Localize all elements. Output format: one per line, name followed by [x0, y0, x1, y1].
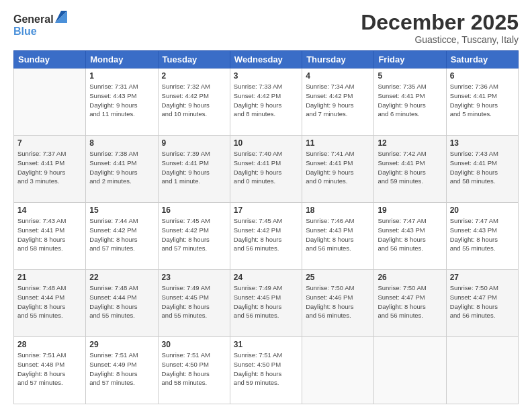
day-info: Sunrise: 7:31 AM Sunset: 4:43 PM Dayligh… [89, 82, 154, 119]
day-number: 16 [162, 205, 226, 215]
calendar-week-row: 7Sunrise: 7:37 AM Sunset: 4:41 PM Daylig… [14, 136, 519, 203]
day-number: 21 [17, 273, 82, 282]
day-number: 22 [89, 273, 154, 282]
calendar-cell: 29Sunrise: 7:51 AM Sunset: 4:49 PM Dayli… [86, 337, 158, 404]
calendar-cell: 10Sunrise: 7:40 AM Sunset: 4:41 PM Dayli… [230, 136, 302, 203]
day-number: 6 [450, 71, 515, 81]
day-number: 4 [306, 71, 370, 81]
day-info: Sunrise: 7:44 AM Sunset: 4:42 PM Dayligh… [89, 216, 154, 253]
day-info: Sunrise: 7:45 AM Sunset: 4:42 PM Dayligh… [234, 216, 298, 253]
day-number: 1 [89, 71, 154, 81]
calendar-cell: 7Sunrise: 7:37 AM Sunset: 4:41 PM Daylig… [14, 136, 86, 203]
day-info: Sunrise: 7:45 AM Sunset: 4:42 PM Dayligh… [162, 216, 226, 253]
calendar-cell: 6Sunrise: 7:36 AM Sunset: 4:41 PM Daylig… [446, 68, 518, 136]
calendar-cell: 17Sunrise: 7:45 AM Sunset: 4:42 PM Dayli… [230, 203, 302, 270]
day-number: 18 [306, 205, 370, 215]
day-number: 25 [306, 273, 370, 282]
day-number: 5 [378, 71, 442, 81]
calendar-cell: 24Sunrise: 7:49 AM Sunset: 4:45 PM Dayli… [230, 270, 302, 337]
calendar-cell: 14Sunrise: 7:43 AM Sunset: 4:41 PM Dayli… [14, 203, 86, 270]
calendar-cell: 28Sunrise: 7:51 AM Sunset: 4:48 PM Dayli… [14, 337, 86, 404]
day-number: 15 [89, 205, 154, 215]
calendar-week-row: 14Sunrise: 7:43 AM Sunset: 4:41 PM Dayli… [14, 203, 519, 270]
calendar-week-row: 1Sunrise: 7:31 AM Sunset: 4:43 PM Daylig… [14, 68, 519, 136]
day-info: Sunrise: 7:42 AM Sunset: 4:41 PM Dayligh… [378, 149, 442, 186]
calendar-cell: 16Sunrise: 7:45 AM Sunset: 4:42 PM Dayli… [158, 203, 230, 270]
logo: General Blue [13, 13, 67, 37]
calendar-cell: 4Sunrise: 7:34 AM Sunset: 4:42 PM Daylig… [302, 68, 374, 136]
day-number: 2 [162, 71, 226, 81]
day-number: 11 [306, 138, 370, 148]
day-info: Sunrise: 7:38 AM Sunset: 4:41 PM Dayligh… [89, 149, 154, 186]
calendar-cell: 26Sunrise: 7:50 AM Sunset: 4:47 PM Dayli… [374, 270, 446, 337]
day-number: 10 [234, 138, 298, 148]
day-info: Sunrise: 7:48 AM Sunset: 4:44 PM Dayligh… [17, 283, 82, 320]
day-number: 28 [17, 340, 82, 349]
day-info: Sunrise: 7:50 AM Sunset: 4:46 PM Dayligh… [306, 283, 370, 320]
day-info: Sunrise: 7:41 AM Sunset: 4:41 PM Dayligh… [306, 149, 370, 186]
calendar-cell [374, 337, 446, 404]
day-number: 9 [162, 138, 226, 148]
calendar-cell [446, 337, 518, 404]
day-number: 23 [162, 273, 226, 282]
calendar-week-row: 28Sunrise: 7:51 AM Sunset: 4:48 PM Dayli… [14, 337, 519, 404]
day-info: Sunrise: 7:49 AM Sunset: 4:45 PM Dayligh… [234, 283, 298, 320]
day-info: Sunrise: 7:48 AM Sunset: 4:44 PM Dayligh… [89, 283, 154, 320]
day-number: 29 [89, 340, 154, 349]
day-info: Sunrise: 7:34 AM Sunset: 4:42 PM Dayligh… [306, 82, 370, 119]
logo-blue-text: Blue [13, 26, 54, 38]
calendar-cell: 2Sunrise: 7:32 AM Sunset: 4:42 PM Daylig… [158, 68, 230, 136]
day-number: 27 [450, 273, 515, 282]
day-info: Sunrise: 7:33 AM Sunset: 4:42 PM Dayligh… [234, 82, 298, 119]
calendar-cell: 3Sunrise: 7:33 AM Sunset: 4:42 PM Daylig… [230, 68, 302, 136]
calendar-header-row: Sunday Monday Tuesday Wednesday Thursday… [14, 51, 519, 68]
day-info: Sunrise: 7:43 AM Sunset: 4:41 PM Dayligh… [17, 216, 82, 253]
day-number: 7 [17, 138, 82, 148]
title-block: December 2025 Guasticce, Tuscany, Italy [361, 11, 519, 45]
calendar-table: Sunday Monday Tuesday Wednesday Thursday… [13, 50, 519, 404]
th-tuesday: Tuesday [158, 51, 230, 68]
day-number: 17 [234, 205, 298, 215]
day-info: Sunrise: 7:51 AM Sunset: 4:50 PM Dayligh… [234, 351, 298, 387]
calendar-cell: 8Sunrise: 7:38 AM Sunset: 4:41 PM Daylig… [86, 136, 158, 203]
header: General Blue December 2025 Guasticce, Tu… [13, 11, 519, 45]
page: General Blue December 2025 Guasticce, Tu… [0, 0, 532, 411]
calendar-cell [14, 68, 86, 136]
day-info: Sunrise: 7:50 AM Sunset: 4:47 PM Dayligh… [450, 283, 515, 320]
day-info: Sunrise: 7:50 AM Sunset: 4:47 PM Dayligh… [378, 283, 442, 320]
day-info: Sunrise: 7:35 AM Sunset: 4:41 PM Dayligh… [378, 82, 442, 119]
calendar-cell: 30Sunrise: 7:51 AM Sunset: 4:50 PM Dayli… [158, 337, 230, 404]
day-number: 3 [234, 71, 298, 81]
calendar-cell [302, 337, 374, 404]
day-info: Sunrise: 7:37 AM Sunset: 4:41 PM Dayligh… [17, 149, 82, 186]
calendar-cell: 12Sunrise: 7:42 AM Sunset: 4:41 PM Dayli… [374, 136, 446, 203]
day-info: Sunrise: 7:47 AM Sunset: 4:43 PM Dayligh… [378, 216, 442, 253]
calendar-cell: 18Sunrise: 7:46 AM Sunset: 4:43 PM Dayli… [302, 203, 374, 270]
th-thursday: Thursday [302, 51, 374, 68]
calendar-cell: 5Sunrise: 7:35 AM Sunset: 4:41 PM Daylig… [374, 68, 446, 136]
calendar-cell: 27Sunrise: 7:50 AM Sunset: 4:47 PM Dayli… [446, 270, 518, 337]
th-friday: Friday [374, 51, 446, 68]
day-number: 14 [17, 205, 82, 215]
day-info: Sunrise: 7:47 AM Sunset: 4:43 PM Dayligh… [450, 216, 515, 253]
calendar-cell: 21Sunrise: 7:48 AM Sunset: 4:44 PM Dayli… [14, 270, 86, 337]
day-number: 24 [234, 273, 298, 282]
day-info: Sunrise: 7:51 AM Sunset: 4:49 PM Dayligh… [89, 351, 154, 387]
day-number: 12 [378, 138, 442, 148]
day-info: Sunrise: 7:43 AM Sunset: 4:41 PM Dayligh… [450, 149, 515, 186]
day-info: Sunrise: 7:32 AM Sunset: 4:42 PM Dayligh… [162, 82, 226, 119]
calendar-cell: 25Sunrise: 7:50 AM Sunset: 4:46 PM Dayli… [302, 270, 374, 337]
day-info: Sunrise: 7:39 AM Sunset: 4:41 PM Dayligh… [162, 149, 226, 186]
day-number: 31 [234, 340, 298, 349]
calendar-cell: 20Sunrise: 7:47 AM Sunset: 4:43 PM Dayli… [446, 203, 518, 270]
day-info: Sunrise: 7:40 AM Sunset: 4:41 PM Dayligh… [234, 149, 298, 186]
calendar-cell: 9Sunrise: 7:39 AM Sunset: 4:41 PM Daylig… [158, 136, 230, 203]
day-number: 8 [89, 138, 154, 148]
day-number: 26 [378, 273, 442, 282]
th-monday: Monday [86, 51, 158, 68]
day-info: Sunrise: 7:36 AM Sunset: 4:41 PM Dayligh… [450, 82, 515, 119]
day-number: 19 [378, 205, 442, 215]
calendar-cell: 22Sunrise: 7:48 AM Sunset: 4:44 PM Dayli… [86, 270, 158, 337]
calendar-cell: 11Sunrise: 7:41 AM Sunset: 4:41 PM Dayli… [302, 136, 374, 203]
calendar-week-row: 21Sunrise: 7:48 AM Sunset: 4:44 PM Dayli… [14, 270, 519, 337]
